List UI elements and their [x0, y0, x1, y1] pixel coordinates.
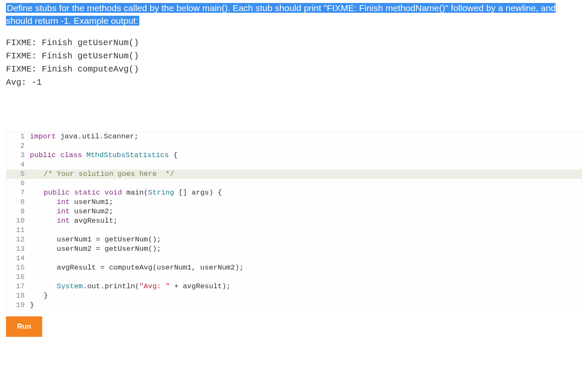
line-number: 9 — [6, 207, 30, 216]
line-number: 14 — [6, 254, 30, 263]
code-line[interactable]: 4 — [6, 160, 582, 169]
code-line[interactable]: 9 int userNum2; — [6, 207, 582, 216]
code-line[interactable]: 14 — [6, 254, 582, 263]
line-number: 3 — [6, 151, 30, 160]
code-content[interactable]: System.out.println("Avg: " + avgResult); — [30, 282, 582, 291]
code-content[interactable]: int userNum2; — [30, 207, 582, 216]
code-line[interactable]: 10 int avgResult; — [6, 216, 582, 226]
code-content[interactable]: avgResult = computeAvg(userNum1, userNum… — [30, 263, 582, 272]
instruction-block: Define stubs for the methods called by t… — [0, 0, 588, 28]
code-line[interactable]: 17 System.out.println("Avg: " + avgResul… — [6, 282, 582, 291]
code-content[interactable]: userNum1 = getUserNum(); — [30, 235, 582, 244]
code-line[interactable]: 3public class MthdStubsStatistics { — [6, 151, 582, 160]
line-number: 1 — [6, 132, 30, 141]
code-line[interactable]: 7 public static void main(String [] args… — [6, 188, 582, 198]
code-line[interactable]: 15 avgResult = computeAvg(userNum1, user… — [6, 263, 582, 272]
code-content[interactable]: int userNum1; — [30, 198, 582, 207]
code-line[interactable]: 19} — [6, 301, 582, 310]
code-content[interactable]: } — [30, 291, 582, 301]
line-number: 17 — [6, 282, 30, 291]
code-line[interactable]: 1import java.util.Scanner; — [6, 132, 582, 141]
line-number: 6 — [6, 179, 30, 188]
line-number: 11 — [6, 226, 30, 235]
code-line[interactable]: 12 userNum1 = getUserNum(); — [6, 235, 582, 244]
code-content[interactable]: public class MthdStubsStatistics { — [30, 151, 582, 160]
code-content[interactable]: import java.util.Scanner; — [30, 132, 582, 141]
code-line[interactable]: 18 } — [6, 291, 582, 301]
code-content[interactable]: public static void main(String [] args) … — [30, 188, 582, 198]
line-number: 15 — [6, 263, 30, 272]
code-line[interactable]: 2 — [6, 141, 582, 151]
code-editor[interactable]: 1import java.util.Scanner;23public class… — [6, 132, 582, 310]
line-number: 19 — [6, 301, 30, 310]
run-button[interactable]: Run — [6, 316, 42, 337]
line-number: 4 — [6, 160, 30, 169]
code-line[interactable]: 16 — [6, 272, 582, 282]
line-number: 2 — [6, 141, 30, 151]
line-number: 10 — [6, 216, 30, 226]
code-line[interactable]: 6 — [6, 179, 582, 188]
instruction-text: Define stubs for the methods called by t… — [6, 3, 556, 26]
line-number: 12 — [6, 235, 30, 244]
code-line[interactable]: 11 — [6, 226, 582, 235]
code-content[interactable]: int avgResult; — [30, 216, 582, 226]
code-line[interactable]: 8 int userNum1; — [6, 198, 582, 207]
line-number: 8 — [6, 198, 30, 207]
line-number: 16 — [6, 272, 30, 282]
code-line[interactable]: 13 userNum2 = getUserNum(); — [6, 244, 582, 254]
line-number: 13 — [6, 244, 30, 254]
code-line[interactable]: 5 /* Your solution goes here */ — [6, 169, 582, 179]
line-number: 5 — [6, 169, 30, 179]
line-number: 7 — [6, 188, 30, 198]
example-output: FIXME: Finish getUserNum() FIXME: Finish… — [0, 36, 588, 89]
code-content[interactable]: userNum2 = getUserNum(); — [30, 244, 582, 254]
line-number: 18 — [6, 291, 30, 301]
code-content[interactable]: } — [30, 301, 582, 310]
code-content[interactable]: /* Your solution goes here */ — [30, 169, 582, 179]
